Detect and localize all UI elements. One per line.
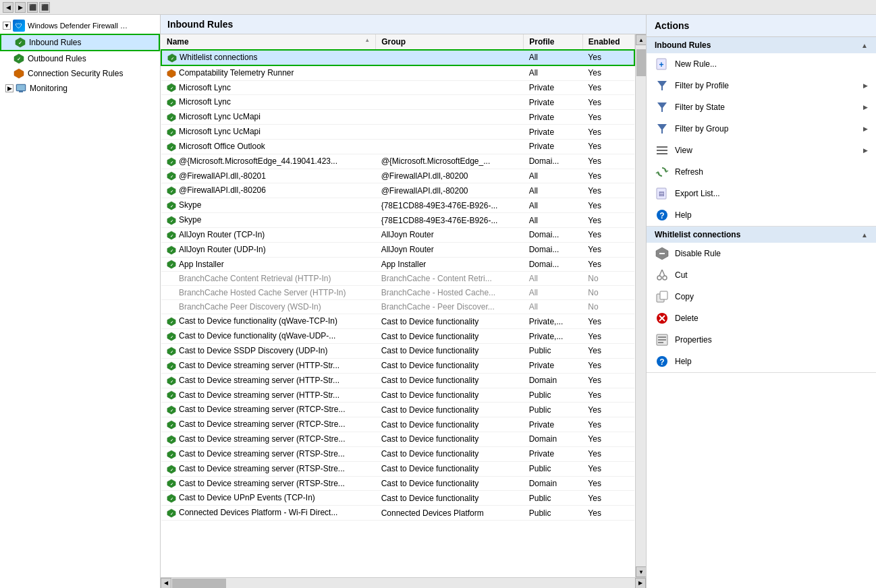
sidebar-item-firewall-root[interactable]: ▼ 🛡 Windows Defender Firewall with... xyxy=(0,18,160,34)
collapse-inbound-button[interactable]: ▲ xyxy=(861,42,868,49)
new-rule-action[interactable]: + New Rule... xyxy=(647,53,876,75)
col-name[interactable]: Name ▲ xyxy=(161,34,376,50)
row-name: BranchCache Content Retrieval (HTTP-In) xyxy=(161,272,376,286)
h-scroll-thumb[interactable] xyxy=(172,579,226,588)
filter-by-state-action[interactable]: Filter by State ▶ xyxy=(647,96,876,118)
row-group: BranchCache - Content Retri... xyxy=(376,272,524,286)
view-icon xyxy=(655,143,669,158)
table-row[interactable]: ✓ Cast to Device streaming server (RTSP-… xyxy=(161,476,634,491)
svg-marker-69 xyxy=(657,124,667,134)
rules-table-container[interactable]: Name ▲ Group Profile Enabled xyxy=(161,34,635,577)
collapse-whitelist-button[interactable]: ▲ xyxy=(861,231,868,239)
row-group xyxy=(376,65,524,80)
scroll-track[interactable] xyxy=(636,45,646,566)
back-button[interactable]: ◀ xyxy=(3,2,13,13)
col-profile[interactable]: Profile xyxy=(524,34,583,50)
table-row[interactable]: ✓ Cast to Device streaming server (RTCP-… xyxy=(161,403,634,417)
scroll-up-button[interactable]: ▲ xyxy=(636,34,646,45)
scroll-down-button[interactable]: ▼ xyxy=(636,566,646,577)
table-row[interactable]: ✓ Skype{78E1CD88-49E3-476E-B926-...AllYe… xyxy=(161,213,634,228)
refresh-action[interactable]: Refresh xyxy=(647,161,876,183)
filter-by-group-action[interactable]: Filter by Group ▶ xyxy=(647,118,876,140)
table-row[interactable]: ✓ @FirewallAPI.dll,-80201@FirewallAPI.dl… xyxy=(161,169,634,183)
table-row[interactable]: ✓ Microsoft LyncPrivateYes xyxy=(161,95,634,110)
table-row[interactable]: BranchCache Content Retrieval (HTTP-In)B… xyxy=(161,272,634,286)
inbound-rules-section-header: Inbound Rules ▲ xyxy=(647,37,876,53)
table-row[interactable]: ✓ App InstallerApp InstallerDomai...Yes xyxy=(161,257,634,272)
table-row[interactable]: ✓ Cast to Device streaming server (RTCP-… xyxy=(161,417,634,432)
table-row[interactable]: ✓ Cast to Device SSDP Discovery (UDP-In)… xyxy=(161,344,634,359)
disable-rule-action[interactable]: Disable Rule xyxy=(647,243,876,264)
row-enabled: Yes xyxy=(582,213,634,228)
row-name: ✓ Microsoft Lync UcMapi xyxy=(161,110,376,125)
table-row[interactable]: ✓ Cast to Device functionality (qWave-UD… xyxy=(161,329,634,344)
svg-text:✓: ✓ xyxy=(170,233,173,237)
monitoring-expand-icon[interactable]: ▶ xyxy=(5,84,13,92)
svg-rect-71 xyxy=(657,150,667,151)
view-action[interactable]: View ▶ xyxy=(647,140,876,161)
row-group: Cast to Device functionality xyxy=(376,432,524,447)
table-row[interactable]: ✓ Microsoft Office OutlookPrivateYes xyxy=(161,139,634,154)
table-row[interactable]: ✓ Cast to Device streaming server (HTTP-… xyxy=(161,358,634,373)
row-name: ✓ Cast to Device streaming server (RTCP-… xyxy=(161,403,376,417)
forward-button[interactable]: ▶ xyxy=(15,2,26,13)
table-row[interactable]: ✓ @FirewallAPI.dll,-80206@FirewallAPI.dl… xyxy=(161,183,634,198)
table-row[interactable]: BranchCache Hosted Cache Server (HTTP-In… xyxy=(161,286,634,300)
row-enabled: Yes xyxy=(582,80,634,95)
delete-action[interactable]: Delete xyxy=(647,307,876,329)
table-row[interactable]: ✓ Cast to Device streaming server (HTTP-… xyxy=(161,373,634,388)
col-group[interactable]: Group xyxy=(376,34,524,50)
svg-text:?: ? xyxy=(659,211,664,220)
table-row[interactable]: ✓ AllJoyn Router (TCP-In)AllJoyn RouterD… xyxy=(161,227,634,242)
table-row[interactable]: ✓ Cast to Device streaming server (RTSP-… xyxy=(161,446,634,461)
h-scroll-track[interactable] xyxy=(171,578,635,589)
svg-marker-67 xyxy=(657,81,667,90)
row-group: App Installer xyxy=(376,257,524,272)
table-row[interactable]: ✓ Skype{78E1CD88-49E3-476E-B926-...AllYe… xyxy=(161,198,634,213)
table-row[interactable]: Compatability Telemetry RunnerAllYes xyxy=(161,65,634,80)
table-row[interactable]: ✓ Connected Devices Platform - Wi-Fi Dir… xyxy=(161,506,634,521)
table-row[interactable]: ✓ Cast to Device streaming server (RTCP-… xyxy=(161,432,634,447)
table-row[interactable]: ✓ Cast to Device functionality (qWave-TC… xyxy=(161,314,634,329)
up-button[interactable]: ⬛ xyxy=(27,2,38,13)
row-name: ✓ Skype xyxy=(161,198,376,213)
filter-state-label: Filter by State xyxy=(675,102,725,112)
table-row[interactable]: ✓ AllJoyn Router (UDP-In)AllJoyn RouterD… xyxy=(161,242,634,257)
table-row[interactable]: ✓ Cast to Device streaming server (HTTP-… xyxy=(161,388,634,403)
row-group xyxy=(376,80,524,95)
filter-by-profile-action[interactable]: Filter by Profile ▶ xyxy=(647,75,876,96)
monitoring-icon xyxy=(16,83,26,94)
scroll-right-button[interactable]: ▶ xyxy=(635,578,646,589)
row-enabled: Yes xyxy=(582,432,634,447)
center-panel: Inbound Rules Name ▲ Group xyxy=(161,15,647,588)
table-row[interactable]: ✓ Microsoft Lync UcMapiPrivateYes xyxy=(161,125,634,140)
vertical-scrollbar[interactable]: ▲ ▼ xyxy=(635,34,646,577)
tree-expand-icon[interactable]: ▼ xyxy=(3,22,11,30)
copy-action[interactable]: Copy xyxy=(647,286,876,307)
help-action-2[interactable]: ? Help xyxy=(647,351,876,372)
help-action-1[interactable]: ? Help xyxy=(647,204,876,226)
properties-action[interactable]: Properties xyxy=(647,329,876,351)
sidebar-item-connection-security[interactable]: Connection Security Rules xyxy=(0,66,160,81)
inbound-rules-actions-section: Inbound Rules ▲ + New Rule... xyxy=(647,37,876,227)
scroll-thumb[interactable] xyxy=(636,49,646,76)
table-row[interactable]: ✓ @{Microsoft.MicrosoftEdge_44.19041.423… xyxy=(161,154,634,169)
scroll-left-button[interactable]: ◀ xyxy=(161,578,171,589)
export-list-action[interactable]: ▤ Export List... xyxy=(647,183,876,204)
sidebar-item-monitoring[interactable]: ▶ Monitoring xyxy=(0,81,160,96)
row-profile: Domai... xyxy=(524,257,583,272)
table-row[interactable]: ✓ Cast to Device UPnP Events (TCP-In)Cas… xyxy=(161,491,634,506)
table-row[interactable]: ✓ Microsoft LyncPrivateYes xyxy=(161,80,634,95)
table-row[interactable]: ✓ Microsoft Lync UcMapiPrivateYes xyxy=(161,110,634,125)
sidebar-item-inbound-rules[interactable]: ✓ Inbound Rules xyxy=(0,34,160,51)
svg-text:✓: ✓ xyxy=(170,320,173,324)
table-row[interactable]: BranchCache Peer Discovery (WSD-In)Branc… xyxy=(161,300,634,314)
col-enabled[interactable]: Enabled xyxy=(582,34,634,50)
horizontal-scrollbar[interactable]: ◀ ▶ xyxy=(161,577,646,588)
misc-button[interactable]: ⬛ xyxy=(39,2,50,13)
table-row[interactable]: ✓ Whitlelist connectionsAllYes xyxy=(161,50,634,65)
svg-text:✓: ✓ xyxy=(170,423,173,428)
sidebar-item-outbound-rules[interactable]: ✓ Outbound Rules xyxy=(0,51,160,66)
table-row[interactable]: ✓ Cast to Device streaming server (RTSP-… xyxy=(161,461,634,476)
cut-action[interactable]: Cut xyxy=(647,264,876,286)
